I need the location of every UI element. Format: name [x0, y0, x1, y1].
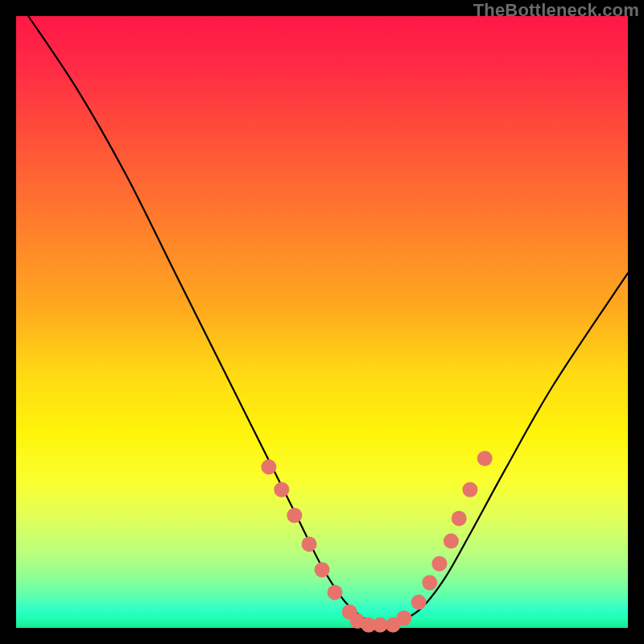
marker-dot [328, 584, 343, 600]
marker-dot-group [261, 451, 492, 633]
marker-dot [411, 595, 427, 610]
marker-dot [462, 482, 477, 497]
marker-dot [274, 482, 289, 497]
marker-dot [302, 536, 317, 551]
marker-dot [444, 534, 459, 549]
marker-dot [315, 562, 330, 577]
marker-dot [287, 508, 302, 523]
marker-dot [431, 556, 447, 572]
marker-dot [452, 511, 467, 526]
marker-dot [422, 575, 437, 590]
chart-frame: TheBottleneck.com [0, 0, 644, 644]
marker-dot [477, 451, 493, 466]
plot-area [16, 16, 628, 628]
marker-dot [396, 610, 411, 625]
marker-dot [261, 460, 276, 475]
curve-svg [16, 16, 628, 628]
bottleneck-curve [28, 16, 628, 624]
